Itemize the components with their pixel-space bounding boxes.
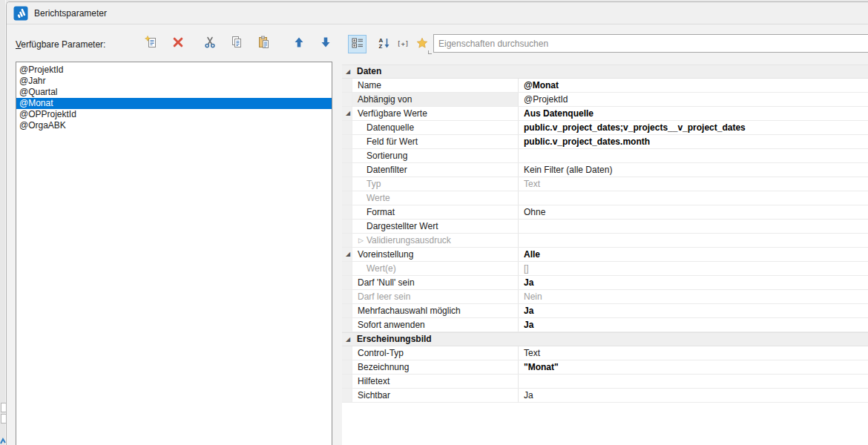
property-value[interactable]: public.v_project_dates.month bbox=[519, 135, 868, 148]
property-value[interactable]: [] bbox=[519, 262, 868, 275]
property-label[interactable]: Dargestellter Wert bbox=[352, 220, 519, 233]
svg-text:[+]: [+] bbox=[397, 39, 409, 47]
move-down-button[interactable] bbox=[318, 36, 334, 52]
property-value[interactable]: Ja bbox=[519, 389, 868, 402]
property-label[interactable]: Abhängig von bbox=[352, 93, 519, 106]
indent-gutter bbox=[342, 262, 352, 275]
property-value[interactable]: Nein bbox=[519, 290, 868, 303]
property-label[interactable]: Wert(e) bbox=[352, 262, 519, 275]
indent-gutter bbox=[342, 375, 352, 388]
property-value[interactable]: "Monat" bbox=[519, 360, 868, 374]
property-label[interactable]: Control-Typ bbox=[352, 346, 519, 360]
property-value[interactable]: Text bbox=[519, 346, 868, 360]
move-down-icon bbox=[319, 36, 332, 52]
search-wrap bbox=[433, 34, 868, 53]
copy-icon bbox=[230, 36, 243, 52]
berichtsparameter-dialog: Berichtsparameter Verfügbare Parameter: … bbox=[6, 1, 868, 445]
property-value[interactable]: public.v_project_dates;v_projects__v_pro… bbox=[519, 121, 868, 134]
copy-button[interactable] bbox=[228, 36, 245, 52]
property-value[interactable]: Ja bbox=[519, 276, 868, 289]
parameter-item-quartal[interactable]: @Quartal bbox=[16, 87, 332, 98]
property-label[interactable]: Darf leer sein bbox=[352, 290, 519, 303]
expand-all-button[interactable]: [+] bbox=[393, 35, 412, 53]
property-row-voreinstellung: ◢VoreinstellungAlle bbox=[342, 248, 868, 262]
indent-gutter bbox=[342, 389, 352, 402]
property-row-verfügbare-werte: ◢Verfügbare WerteAus Datenquelle bbox=[342, 107, 868, 121]
property-value[interactable]: Ohne bbox=[519, 205, 868, 219]
property-label[interactable]: Sofort anwenden bbox=[352, 318, 519, 332]
parameter-list[interactable]: @ProjektId@Jahr@Quartal@Monat@OPProjektI… bbox=[16, 62, 332, 445]
property-value[interactable] bbox=[519, 220, 868, 233]
property-row-werte: Werte bbox=[342, 191, 868, 205]
property-value[interactable] bbox=[519, 234, 868, 247]
paste-button[interactable] bbox=[255, 36, 272, 52]
expand-icon[interactable]: ◢ bbox=[346, 248, 350, 261]
paste-icon bbox=[257, 36, 270, 52]
toolbar: Verfügbare Parameter: AZ[+] bbox=[7, 25, 868, 61]
sort-alphabetical-button[interactable]: AZ bbox=[375, 35, 393, 53]
favorites-star-icon bbox=[416, 37, 428, 52]
expand-icon[interactable]: ◢ bbox=[346, 333, 350, 346]
move-up-button[interactable] bbox=[291, 36, 307, 52]
property-row-wert-e-: Wert(e)[] bbox=[342, 262, 868, 276]
indent-gutter bbox=[342, 149, 352, 162]
cut-icon bbox=[203, 36, 217, 52]
parameter-item-opprojektid[interactable]: @OPProjektId bbox=[16, 109, 332, 120]
property-label[interactable]: Darf 'Null' sein bbox=[352, 276, 519, 289]
category-row-daten[interactable]: ◢Daten bbox=[342, 65, 868, 79]
indent-gutter bbox=[342, 234, 352, 247]
property-label[interactable]: Sortierung bbox=[352, 149, 519, 162]
property-label[interactable]: Feld für Wert bbox=[352, 135, 519, 148]
parent-panel-fragment bbox=[1, 414, 6, 423]
property-row-format: FormatOhne bbox=[342, 205, 868, 220]
new-parameter-button[interactable] bbox=[143, 36, 160, 52]
property-value[interactable]: @ProjektId bbox=[519, 93, 868, 106]
category-row-erscheinungsbild[interactable]: ◢Erscheinungsbild bbox=[342, 332, 868, 346]
delete-button[interactable] bbox=[170, 36, 186, 52]
property-value[interactable]: Alle bbox=[519, 248, 868, 261]
expand-icon[interactable]: ▷ bbox=[358, 234, 364, 247]
parent-window-edge bbox=[0, 0, 6, 445]
property-value[interactable]: Text bbox=[519, 177, 868, 191]
categorized-view-button[interactable] bbox=[348, 35, 366, 53]
property-label[interactable]: Typ bbox=[352, 177, 519, 191]
property-label[interactable]: Verfügbare Werte bbox=[352, 107, 519, 120]
parameter-item-jahr[interactable]: @Jahr bbox=[16, 76, 332, 87]
window-title: Berichtsparameter bbox=[34, 8, 107, 19]
expand-icon[interactable]: ◢ bbox=[346, 107, 350, 120]
parent-app-icon bbox=[0, 436, 6, 445]
new-parameter-icon bbox=[145, 36, 158, 52]
property-label[interactable]: Datenfilter bbox=[352, 163, 519, 177]
expand-icon[interactable]: ◢ bbox=[346, 65, 350, 79]
property-label[interactable]: Validierungsausdruck bbox=[352, 234, 519, 247]
search-resize-grip[interactable] bbox=[428, 50, 432, 54]
property-value[interactable]: Kein Filter (alle Daten) bbox=[519, 163, 868, 177]
property-label[interactable]: Datenquelle bbox=[352, 121, 519, 134]
property-value[interactable]: Aus Datenquelle bbox=[519, 107, 868, 120]
move-up-icon bbox=[292, 36, 306, 52]
property-value[interactable]: @Monat bbox=[519, 79, 868, 92]
property-value[interactable] bbox=[519, 375, 868, 388]
property-value[interactable] bbox=[519, 149, 868, 162]
property-label[interactable]: Bezeichnung bbox=[352, 360, 519, 374]
parameter-item-orgaabk[interactable]: @OrgaABK bbox=[16, 120, 332, 131]
available-parameters-label: Verfügbare Parameter: bbox=[16, 39, 105, 50]
property-label[interactable]: Werte bbox=[352, 191, 519, 205]
cut-button[interactable] bbox=[202, 36, 218, 52]
property-label[interactable]: Hilfetext bbox=[352, 375, 519, 388]
property-label[interactable]: Mehrfachauswahl möglich bbox=[352, 304, 519, 317]
property-value[interactable]: Ja bbox=[519, 304, 868, 317]
parameter-item-monat[interactable]: @Monat bbox=[16, 98, 332, 109]
property-label[interactable]: Sichtbar bbox=[352, 389, 519, 402]
indent-gutter bbox=[342, 360, 352, 374]
parameter-item-projektid[interactable]: @ProjektId bbox=[16, 65, 332, 76]
property-value[interactable] bbox=[519, 191, 868, 205]
search-input[interactable] bbox=[433, 34, 868, 53]
property-label[interactable]: Voreinstellung bbox=[352, 248, 519, 261]
property-label[interactable]: Name bbox=[352, 79, 519, 92]
property-value[interactable]: Ja bbox=[519, 318, 868, 332]
property-row-darf-null-sein: Darf 'Null' seinJa bbox=[342, 276, 868, 290]
indent-gutter bbox=[342, 276, 352, 289]
property-row-sofort-anwenden: Sofort anwendenJa bbox=[342, 318, 868, 332]
property-label[interactable]: Format bbox=[352, 205, 519, 219]
